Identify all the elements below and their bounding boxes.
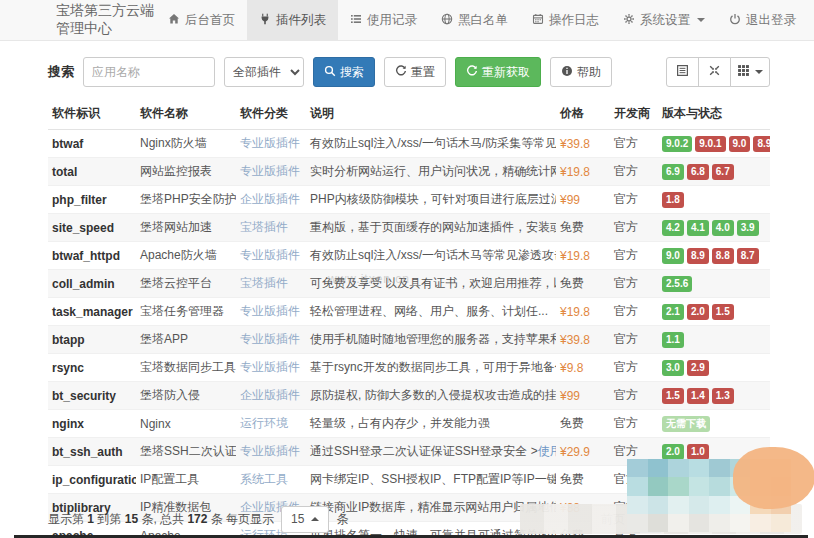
category-link[interactable]: 宝塔插件: [240, 220, 288, 234]
version-badge[interactable]: 2.0: [662, 444, 684, 460]
fullscreen-button[interactable]: [698, 57, 731, 87]
version-badge[interactable]: 8.9: [687, 248, 709, 264]
mosaic-cell: [627, 514, 648, 532]
version-badge[interactable]: 8.7: [737, 248, 759, 264]
version-badge[interactable]: 9.0.1: [695, 136, 725, 152]
reset-icon: [395, 65, 407, 80]
table-row[interactable]: nginxNginx运行环境轻量级，占有内存少，并发能力强免费官方无需下载: [48, 410, 770, 438]
search-button[interactable]: 搜索: [313, 57, 375, 87]
category-link[interactable]: 运行环境: [240, 416, 288, 430]
table-row[interactable]: site_speed堡塔网站加速宝塔插件重构版，基于页面缓存的网站加速插件，安装…: [48, 214, 770, 242]
version-badge[interactable]: 4.2: [662, 220, 684, 236]
version-badge[interactable]: 9.0: [729, 136, 751, 152]
nav-item-plugin-list[interactable]: 插件列表: [247, 0, 338, 40]
version-badge[interactable]: 8.8: [712, 248, 734, 264]
columns-button[interactable]: [730, 57, 770, 87]
cell-software-id: total: [48, 158, 136, 186]
price-value: ¥29.9: [560, 445, 590, 459]
version-badge[interactable]: 8.9.9: [753, 136, 770, 152]
summary-number: 15: [125, 512, 138, 526]
category-link[interactable]: 专业版插件: [240, 248, 300, 262]
version-badge[interactable]: 1.8: [662, 192, 684, 208]
version-badge[interactable]: 1.3: [712, 388, 734, 404]
search-input[interactable]: [83, 57, 215, 87]
cell-software-id: bt_ssh_auth: [48, 438, 136, 466]
version-badge[interactable]: 4.0: [712, 220, 734, 236]
table-row[interactable]: btapp堡塔APP专业版插件使用手机随时随地管理您的服务器，支持苹果和安卓 >…: [48, 326, 770, 354]
version-badge[interactable]: 6.9: [662, 164, 684, 180]
version-badge[interactable]: 1.4: [687, 388, 709, 404]
cell-price: ¥19.8: [556, 158, 610, 186]
cell-description: 轻松管理进程、网络、用户、服务、计划任...: [306, 298, 556, 326]
version-badge[interactable]: 2.1: [662, 304, 684, 320]
cell-version-status: 1.8: [658, 186, 770, 214]
version-badge[interactable]: 2.9: [687, 360, 709, 376]
description-text: 基于rsync开发的数据同步工具，可用于异地备份、多台主...: [310, 360, 556, 374]
refetch-button[interactable]: 重新获取: [455, 57, 541, 87]
table-row[interactable]: php_filter堡塔PHP安全防护企业版插件PHP内核级防御模块，可针对项目…: [48, 186, 770, 214]
version-badge[interactable]: 无需下载: [662, 416, 710, 432]
page-size-dropdown[interactable]: 15: [281, 506, 329, 533]
version-badge[interactable]: 4.1: [687, 220, 709, 236]
cell-software-name: 堡塔防入侵: [136, 382, 236, 410]
description-text: 可免费及享受 以及具有证书，欢迎启用推荐，以及其...: [310, 276, 556, 290]
software-id: rsync: [52, 361, 84, 375]
table-row[interactable]: btwafNginx防火墙专业版插件有效防止sql注入/xss/一句话木马/防采…: [48, 130, 770, 158]
table-row[interactable]: task_manager宝塔任务管理器专业版插件轻松管理进程、网络、用户、服务、…: [48, 298, 770, 326]
nav-item-dashboard[interactable]: 后台首页: [156, 0, 247, 40]
help-button[interactable]: 帮助: [550, 57, 612, 87]
version-badge[interactable]: 6.7: [712, 164, 734, 180]
price-value: 免费: [560, 472, 584, 486]
mosaic-cell: [668, 459, 689, 477]
table-row[interactable]: total网站监控报表专业版插件实时分析网站运行、用户访问状况，精确统计网站流量…: [48, 158, 770, 186]
mosaic-cell: [709, 496, 730, 514]
category-link[interactable]: 专业版插件: [240, 304, 300, 318]
nav-item-usage-records[interactable]: 使用记录: [338, 0, 429, 40]
category-link[interactable]: 企业版插件: [240, 388, 300, 402]
cell-vendor: 官方: [610, 130, 658, 158]
table-row[interactable]: rsync宝塔数据同步工具专业版插件基于rsync开发的数据同步工具，可用于异地…: [48, 354, 770, 382]
search-icon: [324, 65, 336, 80]
cell-category: 专业版插件: [236, 298, 306, 326]
version-badge[interactable]: 1.5: [662, 388, 684, 404]
category-link[interactable]: 专业版插件: [240, 332, 300, 346]
category-link[interactable]: 系统工具: [240, 472, 288, 486]
version-badge[interactable]: 3.0: [662, 360, 684, 376]
reset-button[interactable]: 重置: [384, 57, 446, 87]
mosaic-cell: [648, 514, 669, 532]
cell-category: 专业版插件: [236, 438, 306, 466]
nav-item-system-settings[interactable]: 系统设置: [611, 0, 717, 40]
category-link[interactable]: 专业版插件: [240, 164, 300, 178]
description-text: 有效防止sql注入/xss/一句话木马/防采集等常见渗透攻击...: [310, 136, 556, 150]
version-badge[interactable]: 1.5: [712, 304, 734, 320]
nav-item-logout[interactable]: 退出登录: [717, 0, 808, 40]
version-badge[interactable]: 6.8: [687, 164, 709, 180]
price-value: ¥19.8: [560, 165, 590, 179]
cell-price: 免费: [556, 466, 610, 494]
category-link[interactable]: 专业版插件: [240, 360, 300, 374]
category-link[interactable]: 宝塔插件: [240, 276, 288, 290]
nav-item-black-white-list[interactable]: 黑白名单: [429, 0, 520, 40]
table-toolbar: 搜索 全部插件 搜索 重置 重新获取 帮助: [0, 41, 814, 98]
description-text: 网卡绑定IP、SSH授权IP、FTP配置IP等IP一键配置工具,...: [310, 472, 556, 486]
table-row[interactable]: btwaf_httpdApache防火墙专业版插件有效防止sql注入/xss/一…: [48, 242, 770, 270]
table-row[interactable]: coll_admin堡塔云控平台宝塔插件可免费及享受 以及具有证书，欢迎启用推荐…: [48, 270, 770, 298]
table-row[interactable]: bt_security堡塔防入侵企业版插件原防提权, 防御大多数的入侵提权攻击造…: [48, 382, 770, 410]
nav-item-operation-log[interactable]: 操作日志: [520, 0, 611, 40]
version-badge[interactable]: 1.0: [687, 444, 709, 460]
version-badge[interactable]: 9.0.2: [662, 136, 692, 152]
version-badge[interactable]: 3.9: [737, 220, 759, 236]
description-link[interactable]: 使用教程: [538, 444, 556, 458]
card-view-button[interactable]: [666, 57, 699, 87]
price-value: 免费: [560, 416, 584, 430]
price-value: 免费: [560, 220, 584, 234]
plugin-filter-select[interactable]: 全部插件: [224, 57, 304, 87]
version-badge[interactable]: 9.0: [662, 248, 684, 264]
mosaic-cell: [627, 477, 648, 495]
category-link[interactable]: 企业版插件: [240, 192, 300, 206]
version-badge[interactable]: 2.5.6: [662, 276, 692, 292]
version-badge[interactable]: 1.1: [662, 332, 684, 348]
version-badge[interactable]: 2.0: [687, 304, 709, 320]
category-link[interactable]: 专业版插件: [240, 444, 300, 458]
category-link[interactable]: 专业版插件: [240, 136, 300, 150]
